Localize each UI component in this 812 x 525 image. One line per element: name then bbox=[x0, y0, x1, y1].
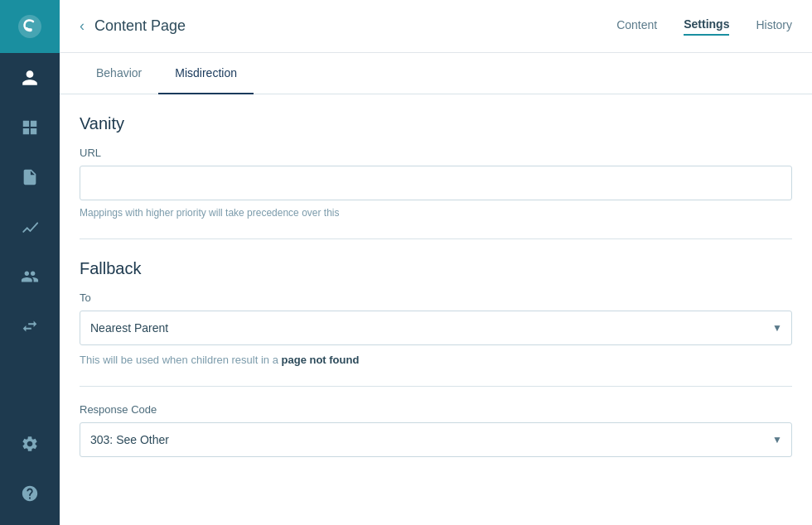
response-code-field-group: Response Code 303: See Other301: Moved P… bbox=[80, 403, 792, 457]
sidebar-item-team[interactable] bbox=[0, 252, 60, 301]
sidebar-item-help[interactable] bbox=[0, 469, 60, 518]
tabs: Behavior Misdirection bbox=[60, 53, 812, 94]
url-input[interactable] bbox=[80, 166, 792, 200]
to-label: To bbox=[80, 291, 792, 304]
vanity-section: Vanity URL Mappings with higher priority… bbox=[60, 94, 812, 239]
fallback-title: Fallback bbox=[80, 259, 792, 278]
header-nav: Content Settings History bbox=[616, 17, 792, 36]
fallback-hint: This will be used when children result i… bbox=[80, 354, 792, 366]
response-code-select-wrapper: 303: See Other301: Moved Permanently302:… bbox=[80, 422, 792, 457]
nav-content[interactable]: Content bbox=[616, 18, 657, 35]
sidebar bbox=[0, 0, 60, 525]
header: ‹ Content Page Content Settings History bbox=[60, 0, 812, 53]
sidebar-item-dashboard[interactable] bbox=[0, 103, 60, 152]
url-field-group: URL Mappings with higher priority will t… bbox=[80, 147, 792, 219]
nav-history[interactable]: History bbox=[756, 18, 792, 35]
url-hint: Mappings with higher priority will take … bbox=[80, 207, 792, 219]
back-button[interactable]: ‹ bbox=[80, 17, 85, 35]
sidebar-item-user[interactable] bbox=[0, 53, 60, 103]
to-field-group: To Nearest ParentCustom URLNone ▼ This w… bbox=[80, 291, 792, 366]
to-select-wrapper: Nearest ParentCustom URLNone ▼ bbox=[80, 311, 792, 345]
sidebar-logo[interactable] bbox=[0, 0, 60, 53]
response-code-select[interactable]: 303: See Other301: Moved Permanently302:… bbox=[80, 422, 792, 457]
sidebar-item-settings[interactable] bbox=[0, 419, 60, 469]
sidebar-item-analytics[interactable] bbox=[0, 202, 60, 252]
fallback-section: Fallback To Nearest ParentCustom URLNone… bbox=[60, 239, 812, 387]
main-content: ‹ Content Page Content Settings History … bbox=[60, 0, 812, 525]
content-area: Behavior Misdirection Vanity URL Mapping… bbox=[60, 53, 812, 525]
response-code-section: Response Code 303: See Other301: Moved P… bbox=[60, 387, 812, 457]
nav-settings[interactable]: Settings bbox=[684, 17, 729, 36]
url-label: URL bbox=[80, 147, 792, 159]
page-title: Content Page bbox=[94, 17, 616, 35]
sidebar-item-transfers[interactable] bbox=[0, 301, 60, 351]
tab-behavior[interactable]: Behavior bbox=[80, 53, 158, 94]
sidebar-bottom bbox=[0, 419, 60, 525]
vanity-title: Vanity bbox=[80, 114, 792, 133]
tab-misdirection[interactable]: Misdirection bbox=[158, 53, 254, 94]
to-select[interactable]: Nearest ParentCustom URLNone bbox=[80, 311, 792, 345]
sidebar-item-content[interactable] bbox=[0, 152, 60, 202]
response-code-label: Response Code bbox=[80, 403, 792, 416]
